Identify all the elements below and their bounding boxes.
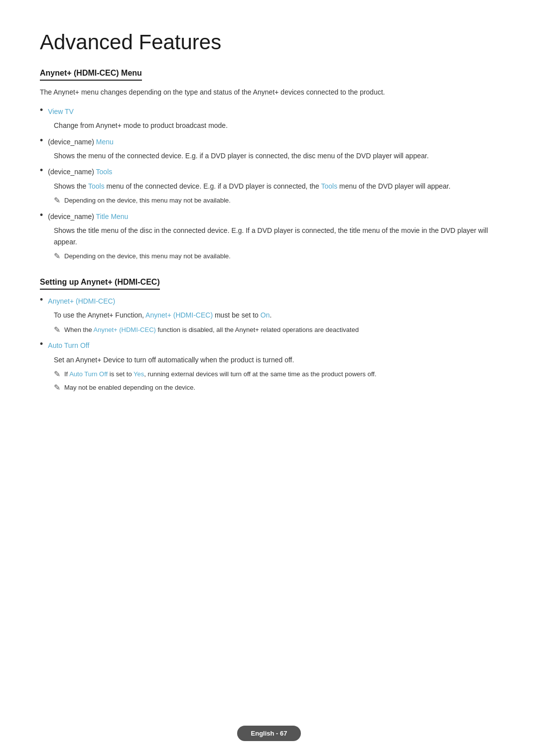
section-setting-up-anynet: Setting up Anynet+ (HDMI-CEC) • Anynet+ …: [40, 278, 498, 393]
item-description: Set an Anynet+ Device to turn off automa…: [54, 354, 498, 365]
footer: English - 67: [0, 716, 538, 756]
note-item: ✎ Depending on the device, this menu may…: [54, 196, 498, 206]
list-item: • Anynet+ (HDMI-CEC) To use the Anynet+ …: [40, 296, 498, 335]
item-label: (device_name) Tools: [48, 166, 112, 177]
item-description: To use the Anynet+ Function, Anynet+ (HD…: [54, 310, 498, 321]
item-label: (device_name) Menu: [48, 136, 114, 147]
note-item: ✎ Depending on the device, this menu may…: [54, 251, 498, 262]
tools-inline-link2: Tools: [321, 182, 337, 190]
note-icon: ✎: [54, 196, 60, 205]
device-name-prefix: (device_name): [48, 138, 96, 146]
note-text: Depending on the device, this menu may n…: [64, 196, 231, 206]
bullet-icon: •: [40, 339, 43, 349]
note-text: Depending on the device, this menu may n…: [64, 251, 231, 262]
item-label: (device_name) Title Menu: [48, 211, 128, 222]
anynet-cec-link: Anynet+ (HDMI-CEC): [48, 297, 115, 305]
note-icon: ✎: [54, 369, 60, 379]
view-tv-link: View TV: [48, 108, 74, 115]
note-icon: ✎: [54, 325, 60, 334]
anynet-cec-note-link: Anynet+ (HDMI-CEC): [94, 326, 156, 333]
list-item: • View TV Change from Anynet+ mode to pr…: [40, 106, 498, 131]
page-number-badge: English - 67: [237, 726, 301, 741]
list-item: • (device_name) Title Menu Shows the tit…: [40, 211, 498, 262]
anynet-cec-inline-link: Anynet+ (HDMI-CEC): [145, 311, 213, 319]
item-label: View TV: [48, 106, 74, 117]
item-description: Shows the Tools menu of the connected de…: [54, 181, 498, 192]
note-item: ✎ If Auto Turn Off is set to Yes, runnin…: [54, 369, 498, 380]
menu-link: Menu: [96, 138, 114, 146]
auto-turn-off-link: Auto Turn Off: [48, 341, 89, 349]
bullet-icon: •: [40, 105, 43, 115]
section2-heading: Setting up Anynet+ (HDMI-CEC): [40, 278, 160, 290]
item-description: Change from Anynet+ mode to product broa…: [54, 120, 498, 131]
tools-inline-link: Tools: [88, 182, 105, 190]
tools-link: Tools: [96, 168, 113, 176]
list-item: • (device_name) Tools Shows the Tools me…: [40, 166, 498, 206]
note-icon: ✎: [54, 383, 60, 392]
item-label: Auto Turn Off: [48, 340, 89, 351]
on-link: On: [261, 311, 270, 319]
device-name-prefix: (device_name): [48, 168, 96, 176]
section1-intro: The Anynet+ menu changes depending on th…: [40, 87, 498, 98]
note-item: ✎ May not be enabled depending on the de…: [54, 383, 498, 393]
list-item: • (device_name) Menu Shows the menu of t…: [40, 136, 498, 162]
note-icon: ✎: [54, 251, 60, 261]
page-title: Advanced Features: [40, 30, 498, 55]
item-description: Shows the title menu of the disc in the …: [54, 225, 498, 247]
title-menu-link: Title Menu: [96, 213, 129, 220]
item-description: Shows the menu of the connected device. …: [54, 150, 498, 161]
section1-heading: Anynet+ (HDMI-CEC) Menu: [40, 69, 142, 81]
note-text: May not be enabled depending on the devi…: [64, 383, 195, 393]
bullet-icon: •: [40, 295, 43, 305]
item-label: Anynet+ (HDMI-CEC): [48, 296, 115, 307]
section-anynet-menu: Anynet+ (HDMI-CEC) Menu The Anynet+ menu…: [40, 69, 498, 262]
list-item: • Auto Turn Off Set an Anynet+ Device to…: [40, 340, 498, 393]
device-name-prefix: (device_name): [48, 213, 96, 220]
auto-turn-off-inline-link: Auto Turn Off: [69, 370, 108, 378]
note-text: When the Anynet+ (HDMI-CEC) function is …: [64, 325, 359, 335]
bullet-icon: •: [40, 165, 43, 176]
bullet-icon: •: [40, 210, 43, 220]
bullet-icon: •: [40, 135, 43, 146]
note-text: If Auto Turn Off is set to Yes, running …: [64, 369, 377, 380]
yes-link: Yes: [134, 370, 144, 378]
note-item: ✎ When the Anynet+ (HDMI-CEC) function i…: [54, 325, 498, 335]
